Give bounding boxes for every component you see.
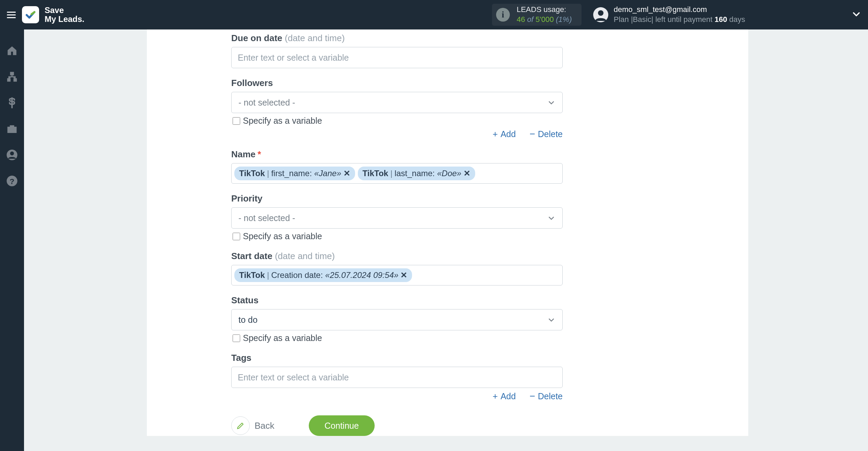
tags-add[interactable]: Add (493, 391, 516, 402)
priority-as-variable[interactable]: Specify as a variable (231, 231, 563, 241)
status-label: Status (231, 295, 258, 305)
briefcase-icon (6, 123, 18, 135)
tags-delete[interactable]: Delete (529, 391, 563, 402)
usage-title: LEADS usage: (517, 5, 572, 15)
usage-values: 46 of 5'000 (1%) (517, 15, 572, 25)
name-label: Name (231, 149, 256, 159)
due-input[interactable] (231, 47, 563, 68)
followers-add[interactable]: Add (493, 129, 516, 139)
priority-label: Priority (231, 193, 262, 204)
dollar-icon (6, 97, 18, 109)
required-mark: * (258, 149, 261, 159)
followers-label: Followers (231, 78, 273, 88)
nav-help[interactable]: ? (4, 173, 20, 188)
due-hint: (date and time) (285, 33, 345, 43)
menu-toggle[interactable] (3, 7, 19, 23)
status-as-variable[interactable]: Specify as a variable (231, 333, 563, 343)
svg-text:?: ? (10, 177, 14, 186)
back-button[interactable]: Back (231, 416, 274, 435)
field-followers: Followers - not selected - Specify as a … (231, 78, 563, 139)
status-variable-checkbox[interactable] (233, 334, 240, 342)
field-name: Name* TikTok| first_name: «Jane» ✕ TikTo… (231, 149, 563, 184)
user-circle-icon (6, 149, 18, 161)
field-priority: Priority - not selected - Specify as a v… (231, 193, 563, 241)
field-start-date: Start date (date and time) TikTok| Creat… (231, 251, 563, 285)
topbar: Save My Leads. i LEADS usage: 46 of 5'00… (0, 0, 868, 29)
nav-home[interactable] (4, 43, 20, 58)
tags-input-field[interactable] (237, 372, 557, 383)
remove-chip-icon[interactable]: ✕ (343, 169, 350, 178)
remove-chip-icon[interactable]: ✕ (464, 169, 470, 178)
tags-label: Tags (231, 353, 251, 363)
status-select[interactable]: to do (231, 309, 563, 330)
start-chip[interactable]: TikTok| Creation date: «25.07.2024 09:54… (234, 268, 412, 282)
followers-delete[interactable]: Delete (529, 129, 563, 139)
user-icon (593, 7, 608, 22)
start-hint: (date and time) (275, 251, 335, 261)
start-label: Start date (231, 251, 272, 261)
chevron-down-icon (852, 9, 861, 19)
priority-value: - not selected - (238, 213, 295, 223)
logo[interactable] (22, 6, 39, 23)
due-label: Due on date (231, 33, 282, 43)
followers-variable-checkbox[interactable] (233, 117, 240, 125)
info-icon: i (496, 8, 510, 22)
name-chip-last[interactable]: TikTok| last_name: «Doe» ✕ (358, 167, 475, 180)
user-plan: Plan |Basic| left until payment 160 days (614, 15, 745, 25)
avatar (593, 7, 608, 22)
followers-select[interactable]: - not selected - (231, 92, 563, 113)
due-input-field[interactable] (237, 52, 557, 63)
name-input[interactable]: TikTok| first_name: «Jane» ✕ TikTok| las… (231, 163, 563, 184)
priority-variable-checkbox[interactable] (233, 233, 240, 240)
chevron-down-icon (547, 214, 555, 222)
brand-name: Save My Leads. (45, 6, 84, 24)
field-due-date: Due on date (date and time) (231, 33, 563, 68)
followers-value: - not selected - (238, 98, 295, 108)
chevron-down-icon (547, 316, 555, 324)
nav-connections[interactable] (4, 69, 20, 84)
start-input[interactable]: TikTok| Creation date: «25.07.2024 09:54… (231, 265, 563, 285)
continue-button[interactable]: Continue (309, 415, 375, 436)
nav-account[interactable] (4, 147, 20, 162)
check-icon (25, 9, 36, 21)
priority-select[interactable]: - not selected - (231, 207, 563, 229)
svg-point-1 (598, 10, 603, 16)
user-email: demo_sml_test@gmail.com (614, 5, 745, 15)
nav-billing[interactable] (4, 95, 20, 110)
svg-point-3 (10, 151, 14, 155)
field-tags: Tags Add Delete (231, 353, 563, 402)
back-label: Back (255, 420, 274, 431)
form-panel: Due on date (date and time) Followers - … (147, 29, 748, 436)
status-value: to do (238, 315, 258, 325)
remove-chip-icon[interactable]: ✕ (400, 270, 407, 280)
nav-toolbox[interactable] (4, 121, 20, 136)
home-icon (6, 45, 18, 57)
form-footer: Back Continue (231, 415, 563, 436)
sitemap-icon (6, 71, 18, 83)
name-chip-first[interactable]: TikTok| first_name: «Jane» ✕ (234, 167, 355, 180)
leads-usage[interactable]: i LEADS usage: 46 of 5'000 (1%) (492, 4, 582, 26)
chevron-down-icon (547, 98, 555, 107)
pencil-icon (236, 421, 245, 430)
tags-input[interactable] (231, 367, 563, 388)
sidebar: ? (0, 29, 24, 451)
field-status: Status to do Specify as a variable (231, 295, 563, 343)
user-block[interactable]: demo_sml_test@gmail.com Plan |Basic| lef… (593, 5, 745, 24)
question-icon: ? (6, 175, 18, 187)
followers-as-variable[interactable]: Specify as a variable (231, 116, 563, 126)
header-collapse[interactable] (852, 9, 861, 20)
